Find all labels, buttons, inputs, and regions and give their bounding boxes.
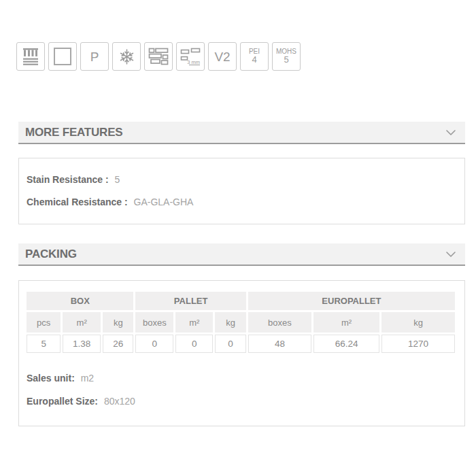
- product-detail-page: P: [0, 0, 476, 476]
- pei-icon-value: 4: [252, 55, 256, 65]
- column-header: pcs: [27, 312, 61, 333]
- chemical-resistance-value: GA-GLA-GHA: [134, 197, 194, 207]
- table-cell: 48: [248, 335, 311, 353]
- table-cell: 1.38: [63, 335, 101, 353]
- column-header: kg: [103, 312, 133, 333]
- table-cell: 0: [215, 335, 245, 353]
- mohs-5-icon: MOHS 5: [272, 42, 301, 71]
- table-row: 5 1.38 26 0 0 0 48 66.24 1270: [27, 335, 455, 353]
- table-subheader-row: pcs m² kg boxes m² kg boxes m² kg: [27, 312, 455, 333]
- table-group-header-row: BOX PALLET EUROPALLET: [27, 292, 455, 310]
- stain-resistance-label: Stain Resistance :: [27, 174, 109, 185]
- sales-unit-row: Sales unit: m2: [27, 371, 457, 385]
- more-features-title: MORE FEATURES: [25, 126, 122, 139]
- column-header: boxes: [248, 312, 311, 333]
- packing-panel: BOX PALLET EUROPALLET pcs m² kg boxes m²…: [18, 280, 465, 426]
- packing-title: PACKING: [25, 248, 77, 261]
- mohs-icon-value: 5: [284, 55, 288, 65]
- thickness-3mm-icon: 3 mm: [176, 42, 205, 71]
- column-header: m²: [63, 312, 101, 333]
- more-features-panel: Stain Resistance : 5 Chemical Resistance…: [18, 158, 465, 224]
- group-header-pallet: PALLET: [135, 292, 245, 310]
- group-header-europallet: EUROPALLET: [248, 292, 455, 310]
- sales-unit-label: Sales unit:: [27, 373, 75, 384]
- packing-accordion-header[interactable]: PACKING: [18, 243, 465, 266]
- packing-table: BOX PALLET EUROPALLET pcs m² kg boxes m²…: [24, 290, 457, 355]
- modular-pattern-icon: [144, 42, 173, 71]
- table-cell: 5: [27, 335, 61, 353]
- column-header: m²: [313, 312, 379, 333]
- p-icon-label: P: [90, 50, 99, 63]
- shade-variation-v2-icon: V2: [208, 42, 237, 71]
- sales-unit-value: m2: [81, 373, 94, 384]
- chevron-down-icon[interactable]: [446, 130, 456, 135]
- europallet-size-row: Europallet Size: 80x120: [27, 394, 457, 408]
- p-icon: P: [80, 42, 109, 71]
- table-cell: 1270: [381, 335, 455, 353]
- chevron-down-icon[interactable]: [446, 252, 456, 257]
- table-cell: 0: [175, 335, 213, 353]
- chemical-resistance-row: Chemical Resistance : GA-GLA-GHA: [27, 195, 456, 209]
- europallet-size-value: 80x120: [104, 396, 135, 407]
- stain-resistance-row: Stain Resistance : 5: [27, 173, 456, 186]
- column-header: kg: [381, 312, 455, 333]
- more-features-accordion-header[interactable]: MORE FEATURES: [18, 122, 465, 144]
- packing-notes: Sales unit: m2 Europallet Size: 80x120: [24, 371, 457, 408]
- thickness-3mm-label: 3 mm: [187, 59, 200, 65]
- column-header: m²: [175, 312, 213, 333]
- table-cell: 66.24: [313, 335, 379, 353]
- feature-badges-row: P: [16, 42, 301, 71]
- column-header: boxes: [135, 312, 173, 333]
- rectified-edge-icon: [48, 42, 77, 71]
- frost-resistant-icon: [112, 42, 141, 71]
- stain-resistance-value: 5: [115, 174, 120, 185]
- v2-icon-label: V2: [214, 50, 230, 63]
- wall-covering-icon: [16, 42, 45, 71]
- column-header: kg: [215, 312, 245, 333]
- pei-4-icon: PEI 4: [240, 42, 269, 71]
- europallet-size-label: Europallet Size:: [27, 396, 98, 407]
- table-cell: 0: [135, 335, 173, 353]
- chemical-resistance-label: Chemical Resistance :: [27, 197, 128, 207]
- table-cell: 26: [103, 335, 133, 353]
- group-header-box: BOX: [27, 292, 133, 310]
